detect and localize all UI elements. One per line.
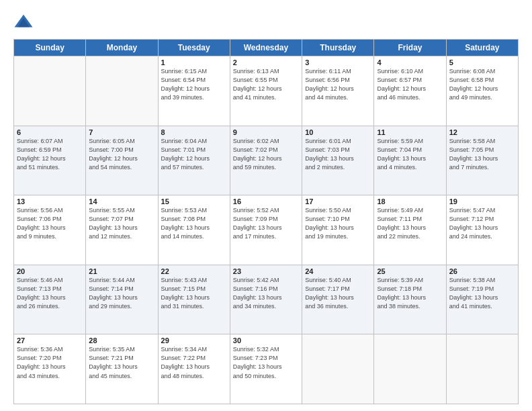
calendar-table: SundayMondayTuesdayWednesdayThursdayFrid… xyxy=(13,39,519,404)
day-info: Sunrise: 5:43 AM Sunset: 7:15 PM Dayligh… xyxy=(161,276,227,311)
day-info: Sunrise: 5:38 AM Sunset: 7:19 PM Dayligh… xyxy=(449,276,515,311)
day-number: 25 xyxy=(377,267,443,275)
day-number: 28 xyxy=(89,336,154,345)
calendar-day-cell: 19Sunrise: 5:47 AM Sunset: 7:12 PM Dayli… xyxy=(446,195,518,265)
day-info: Sunrise: 6:05 AM Sunset: 7:00 PM Dayligh… xyxy=(89,137,154,172)
header xyxy=(13,12,519,32)
day-number: 9 xyxy=(233,128,299,136)
calendar-day-cell xyxy=(302,334,374,404)
day-number: 4 xyxy=(377,58,443,66)
day-number: 21 xyxy=(89,267,154,275)
day-number: 27 xyxy=(17,336,83,345)
page: SundayMondayTuesdayWednesdayThursdayFrid… xyxy=(0,0,532,411)
calendar-header-row: SundayMondayTuesdayWednesdayThursdayFrid… xyxy=(14,40,519,56)
calendar-day-cell: 29Sunrise: 5:34 AM Sunset: 7:22 PM Dayli… xyxy=(158,334,230,404)
calendar-day-cell xyxy=(86,56,158,126)
day-info: Sunrise: 5:32 AM Sunset: 7:23 PM Dayligh… xyxy=(233,345,299,380)
day-number: 10 xyxy=(305,128,371,136)
calendar-day-cell: 5Sunrise: 6:08 AM Sunset: 6:58 PM Daylig… xyxy=(446,56,518,126)
day-info: Sunrise: 5:34 AM Sunset: 7:22 PM Dayligh… xyxy=(161,345,227,380)
calendar-week-row: 6Sunrise: 6:07 AM Sunset: 6:59 PM Daylig… xyxy=(14,126,519,195)
day-info: Sunrise: 6:08 AM Sunset: 6:58 PM Dayligh… xyxy=(449,67,515,102)
calendar-day-cell: 4Sunrise: 6:10 AM Sunset: 6:57 PM Daylig… xyxy=(374,56,446,126)
calendar-day-cell: 28Sunrise: 5:35 AM Sunset: 7:21 PM Dayli… xyxy=(86,334,158,404)
day-info: Sunrise: 6:04 AM Sunset: 7:01 PM Dayligh… xyxy=(161,137,227,172)
day-info: Sunrise: 6:13 AM Sunset: 6:55 PM Dayligh… xyxy=(233,67,299,102)
day-number: 14 xyxy=(89,197,154,205)
calendar-day-cell xyxy=(446,334,518,404)
day-info: Sunrise: 5:56 AM Sunset: 7:06 PM Dayligh… xyxy=(17,206,83,241)
day-info: Sunrise: 6:07 AM Sunset: 6:59 PM Dayligh… xyxy=(17,137,83,172)
day-header-sunday: Sunday xyxy=(14,40,86,56)
day-info: Sunrise: 6:11 AM Sunset: 6:56 PM Dayligh… xyxy=(305,67,371,102)
day-number: 7 xyxy=(89,128,154,136)
day-info: Sunrise: 5:35 AM Sunset: 7:21 PM Dayligh… xyxy=(89,345,154,380)
calendar-day-cell: 20Sunrise: 5:46 AM Sunset: 7:13 PM Dayli… xyxy=(14,265,86,334)
day-number: 26 xyxy=(449,267,515,275)
day-number: 19 xyxy=(449,197,515,205)
day-info: Sunrise: 6:02 AM Sunset: 7:02 PM Dayligh… xyxy=(233,137,299,172)
calendar-day-cell: 1Sunrise: 6:15 AM Sunset: 6:54 PM Daylig… xyxy=(158,56,230,126)
calendar-week-row: 27Sunrise: 5:36 AM Sunset: 7:20 PM Dayli… xyxy=(14,334,519,404)
day-info: Sunrise: 5:53 AM Sunset: 7:08 PM Dayligh… xyxy=(161,206,227,241)
day-info: Sunrise: 5:52 AM Sunset: 7:09 PM Dayligh… xyxy=(233,206,299,241)
calendar-day-cell: 3Sunrise: 6:11 AM Sunset: 6:56 PM Daylig… xyxy=(302,56,374,126)
calendar-day-cell: 12Sunrise: 5:58 AM Sunset: 7:05 PM Dayli… xyxy=(446,126,518,195)
day-header-saturday: Saturday xyxy=(446,40,518,56)
day-info: Sunrise: 5:50 AM Sunset: 7:10 PM Dayligh… xyxy=(305,206,371,241)
day-number: 1 xyxy=(161,58,227,66)
calendar-day-cell: 21Sunrise: 5:44 AM Sunset: 7:14 PM Dayli… xyxy=(86,265,158,334)
calendar-day-cell: 22Sunrise: 5:43 AM Sunset: 7:15 PM Dayli… xyxy=(158,265,230,334)
day-number: 13 xyxy=(17,197,83,205)
calendar-week-row: 20Sunrise: 5:46 AM Sunset: 7:13 PM Dayli… xyxy=(14,265,519,334)
calendar-day-cell: 2Sunrise: 6:13 AM Sunset: 6:55 PM Daylig… xyxy=(230,56,302,126)
calendar-day-cell xyxy=(14,56,86,126)
day-number: 18 xyxy=(377,197,443,205)
day-info: Sunrise: 5:49 AM Sunset: 7:11 PM Dayligh… xyxy=(377,206,443,241)
day-number: 16 xyxy=(233,197,299,205)
day-number: 3 xyxy=(305,58,371,66)
day-info: Sunrise: 5:42 AM Sunset: 7:16 PM Dayligh… xyxy=(233,276,299,311)
calendar-day-cell: 30Sunrise: 5:32 AM Sunset: 7:23 PM Dayli… xyxy=(230,334,302,404)
calendar-day-cell: 16Sunrise: 5:52 AM Sunset: 7:09 PM Dayli… xyxy=(230,195,302,265)
day-header-thursday: Thursday xyxy=(302,40,374,56)
calendar-day-cell: 24Sunrise: 5:40 AM Sunset: 7:17 PM Dayli… xyxy=(302,265,374,334)
calendar-day-cell: 25Sunrise: 5:39 AM Sunset: 7:18 PM Dayli… xyxy=(374,265,446,334)
logo-icon xyxy=(13,12,34,32)
day-number: 5 xyxy=(449,58,515,66)
logo xyxy=(13,12,36,32)
day-number: 6 xyxy=(17,128,83,136)
calendar-day-cell: 8Sunrise: 6:04 AM Sunset: 7:01 PM Daylig… xyxy=(158,126,230,195)
calendar-day-cell: 9Sunrise: 6:02 AM Sunset: 7:02 PM Daylig… xyxy=(230,126,302,195)
calendar-day-cell: 14Sunrise: 5:55 AM Sunset: 7:07 PM Dayli… xyxy=(86,195,158,265)
day-info: Sunrise: 6:10 AM Sunset: 6:57 PM Dayligh… xyxy=(377,67,443,102)
day-info: Sunrise: 5:39 AM Sunset: 7:18 PM Dayligh… xyxy=(377,276,443,311)
day-number: 8 xyxy=(161,128,227,136)
day-info: Sunrise: 5:59 AM Sunset: 7:04 PM Dayligh… xyxy=(377,137,443,172)
day-number: 2 xyxy=(233,58,299,66)
day-number: 15 xyxy=(161,197,227,205)
day-number: 30 xyxy=(233,336,299,345)
calendar-day-cell xyxy=(374,334,446,404)
day-info: Sunrise: 5:55 AM Sunset: 7:07 PM Dayligh… xyxy=(89,206,154,241)
calendar-day-cell: 15Sunrise: 5:53 AM Sunset: 7:08 PM Dayli… xyxy=(158,195,230,265)
day-number: 11 xyxy=(377,128,443,136)
calendar-day-cell: 23Sunrise: 5:42 AM Sunset: 7:16 PM Dayli… xyxy=(230,265,302,334)
calendar-day-cell: 10Sunrise: 6:01 AM Sunset: 7:03 PM Dayli… xyxy=(302,126,374,195)
day-number: 17 xyxy=(305,197,371,205)
calendar-week-row: 13Sunrise: 5:56 AM Sunset: 7:06 PM Dayli… xyxy=(14,195,519,265)
day-info: Sunrise: 6:15 AM Sunset: 6:54 PM Dayligh… xyxy=(161,67,227,102)
day-header-wednesday: Wednesday xyxy=(230,40,302,56)
calendar-day-cell: 11Sunrise: 5:59 AM Sunset: 7:04 PM Dayli… xyxy=(374,126,446,195)
calendar-day-cell: 7Sunrise: 6:05 AM Sunset: 7:00 PM Daylig… xyxy=(86,126,158,195)
day-header-tuesday: Tuesday xyxy=(158,40,230,56)
day-header-monday: Monday xyxy=(86,40,158,56)
day-number: 12 xyxy=(449,128,515,136)
day-header-friday: Friday xyxy=(374,40,446,56)
calendar-week-row: 1Sunrise: 6:15 AM Sunset: 6:54 PM Daylig… xyxy=(14,56,519,126)
calendar-day-cell: 18Sunrise: 5:49 AM Sunset: 7:11 PM Dayli… xyxy=(374,195,446,265)
day-info: Sunrise: 5:40 AM Sunset: 7:17 PM Dayligh… xyxy=(305,276,371,311)
day-info: Sunrise: 6:01 AM Sunset: 7:03 PM Dayligh… xyxy=(305,137,371,172)
day-number: 23 xyxy=(233,267,299,275)
calendar-day-cell: 26Sunrise: 5:38 AM Sunset: 7:19 PM Dayli… xyxy=(446,265,518,334)
